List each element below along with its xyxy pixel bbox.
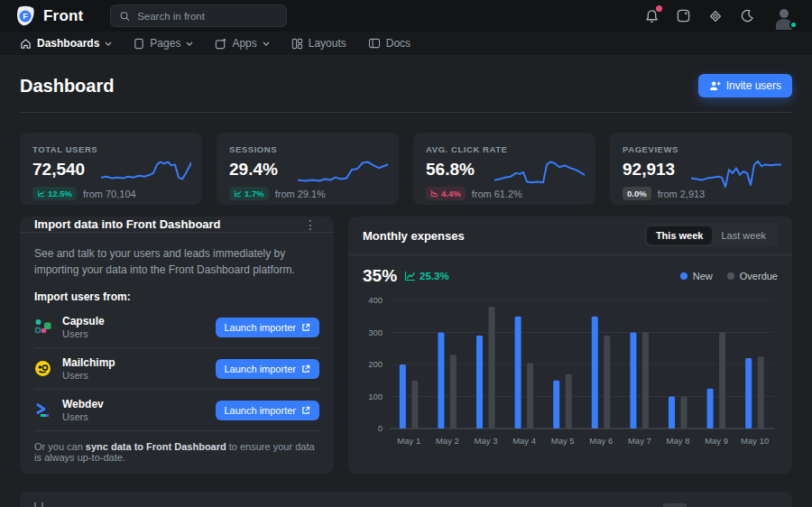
nav-item-docs[interactable]: Docs bbox=[368, 37, 411, 50]
kebab-menu-icon[interactable]: ⋮ bbox=[301, 217, 319, 232]
import-description: See and talk to your users and leads imm… bbox=[34, 245, 319, 278]
external-link-icon bbox=[301, 406, 310, 415]
stat-card-total-users[interactable]: Total users 72,540 12.5% from 70,104 bbox=[20, 133, 202, 205]
stat-from: from 2,913 bbox=[658, 189, 706, 199]
online-status-dot bbox=[789, 21, 798, 29]
sparkline-chart bbox=[494, 154, 585, 189]
apps-icon bbox=[215, 38, 226, 50]
search-icon bbox=[120, 11, 130, 22]
svg-text:May 8: May 8 bbox=[667, 436, 690, 446]
sync-link[interactable]: sync data to Front Dashboard bbox=[86, 441, 226, 452]
sparkline-chart bbox=[298, 154, 388, 189]
nav-item-layouts[interactable]: Layouts bbox=[291, 37, 346, 50]
import-subtitle: Import users from: bbox=[34, 290, 319, 303]
external-link-icon bbox=[301, 323, 310, 332]
svg-text:May 5: May 5 bbox=[551, 436, 575, 446]
chevron-down-icon bbox=[263, 41, 270, 46]
svg-text:F: F bbox=[23, 12, 28, 21]
notifications-bell-icon[interactable] bbox=[645, 9, 659, 23]
launch-importer-button[interactable]: Launch importer bbox=[216, 401, 320, 420]
trend-badge: 4.4% bbox=[426, 187, 466, 200]
stat-label: Total users bbox=[32, 144, 189, 154]
expenses-trend: 25.3% bbox=[404, 271, 449, 281]
capsule-logo-icon bbox=[34, 318, 51, 336]
stat-label: Sessions bbox=[229, 144, 386, 154]
sync-note: Or you can sync data to Front Dashboard … bbox=[34, 430, 319, 465]
user-avatar[interactable] bbox=[772, 5, 796, 28]
notification-badge-dot bbox=[656, 5, 662, 12]
svg-text:0: 0 bbox=[378, 423, 383, 433]
monthly-expenses-card: Monthly expenses This week Last week 35%… bbox=[348, 217, 792, 474]
dark-mode-moon-icon[interactable] bbox=[741, 9, 754, 23]
topbar: F Front bbox=[0, 0, 812, 32]
card-title: Import data into Front Dashboard bbox=[34, 217, 221, 231]
stat-card-pageviews[interactable]: Pageviews 92,913 0.0% from 2,913 bbox=[610, 133, 792, 205]
search-input[interactable] bbox=[137, 11, 277, 22]
svg-text:May 6: May 6 bbox=[589, 436, 613, 446]
source-type: Users bbox=[62, 328, 105, 339]
clipped-icon bbox=[34, 502, 43, 507]
svg-text:400: 400 bbox=[368, 295, 383, 305]
stat-from: from 29.1% bbox=[275, 189, 326, 199]
source-name: Webdev bbox=[62, 398, 104, 410]
search-box[interactable] bbox=[110, 5, 287, 27]
card-title: Monthly expenses bbox=[363, 229, 465, 243]
webdev-logo-icon bbox=[34, 401, 51, 419]
sparkline-chart bbox=[691, 154, 781, 189]
svg-text:May 4: May 4 bbox=[512, 436, 536, 446]
page-title: Dashboard bbox=[20, 76, 114, 97]
nav-item-pages[interactable]: Pages bbox=[134, 37, 193, 50]
trend-down-icon bbox=[430, 189, 438, 198]
legend-dot bbox=[727, 272, 734, 280]
chevron-down-icon bbox=[186, 41, 193, 46]
trend-badge: 12.5% bbox=[32, 187, 77, 200]
external-link-icon bbox=[301, 364, 310, 373]
sparkline-chart bbox=[101, 154, 191, 189]
nav-item-apps[interactable]: Apps bbox=[215, 37, 269, 50]
user-plus-icon bbox=[709, 80, 721, 91]
expenses-percent: 35% bbox=[363, 266, 397, 286]
launch-importer-button[interactable]: Launch importer bbox=[216, 359, 320, 379]
stat-card-avg-click-rate[interactable]: Avg. click rate 56.8% 4.4% from 61.2% bbox=[413, 133, 595, 205]
stat-cards-row: Total users 72,540 12.5% from 70,104 Ses… bbox=[20, 133, 792, 205]
legend-item-overdue[interactable]: Overdue bbox=[727, 271, 778, 281]
legend-dot bbox=[680, 272, 687, 280]
stat-from: from 61.2% bbox=[472, 189, 522, 199]
import-data-card: Import data into Front Dashboard ⋮ See a… bbox=[20, 217, 334, 474]
components-diamond-icon[interactable] bbox=[708, 9, 723, 23]
page-icon bbox=[134, 38, 144, 50]
topbar-actions bbox=[645, 5, 796, 28]
home-icon bbox=[20, 38, 32, 50]
invite-users-button[interactable]: Invite users bbox=[698, 74, 792, 97]
source-type: Users bbox=[62, 411, 104, 422]
svg-text:May 3: May 3 bbox=[475, 436, 498, 446]
trend-up-icon bbox=[404, 271, 416, 281]
svg-text:May 1: May 1 bbox=[397, 436, 420, 446]
trend-badge: 1.7% bbox=[229, 187, 269, 200]
import-sources-list: Capsule Users Launch importer bbox=[34, 307, 319, 430]
front-logo-icon: F bbox=[16, 5, 36, 27]
stat-from: from 70,104 bbox=[83, 189, 136, 199]
list-item-webdev: Webdev Users Launch importer bbox=[34, 390, 319, 430]
toggle-this-week[interactable]: This week bbox=[647, 226, 713, 244]
week-toggle: This week Last week bbox=[644, 224, 778, 247]
brand-logo[interactable]: F Front bbox=[16, 5, 83, 27]
cards-row: Import data into Front Dashboard ⋮ See a… bbox=[20, 217, 792, 474]
book-icon bbox=[368, 38, 381, 49]
mailchimp-logo-icon bbox=[34, 360, 51, 377]
nav-item-dashboards[interactable]: Dashboards bbox=[20, 37, 112, 50]
expenses-chart: 0100200300400May 1May 2May 3May 4May 5Ma… bbox=[363, 293, 778, 456]
source-name: Capsule bbox=[62, 315, 105, 327]
stat-card-sessions[interactable]: Sessions 29.4% 1.7% from 29.1% bbox=[217, 133, 399, 205]
launch-importer-button[interactable]: Launch importer bbox=[216, 318, 320, 337]
stat-label: Avg. click rate bbox=[426, 144, 583, 154]
svg-text:May 9: May 9 bbox=[705, 436, 728, 446]
app-window-icon[interactable] bbox=[677, 9, 690, 23]
legend-item-new[interactable]: New bbox=[680, 271, 713, 281]
chevron-down-icon bbox=[105, 41, 112, 46]
toggle-last-week[interactable]: Last week bbox=[712, 226, 775, 244]
source-name: Mailchimp bbox=[62, 356, 115, 369]
list-item-mailchimp: Mailchimp Users Launch importer bbox=[34, 348, 319, 390]
svg-text:May 7: May 7 bbox=[628, 436, 651, 446]
svg-text:200: 200 bbox=[368, 359, 383, 369]
